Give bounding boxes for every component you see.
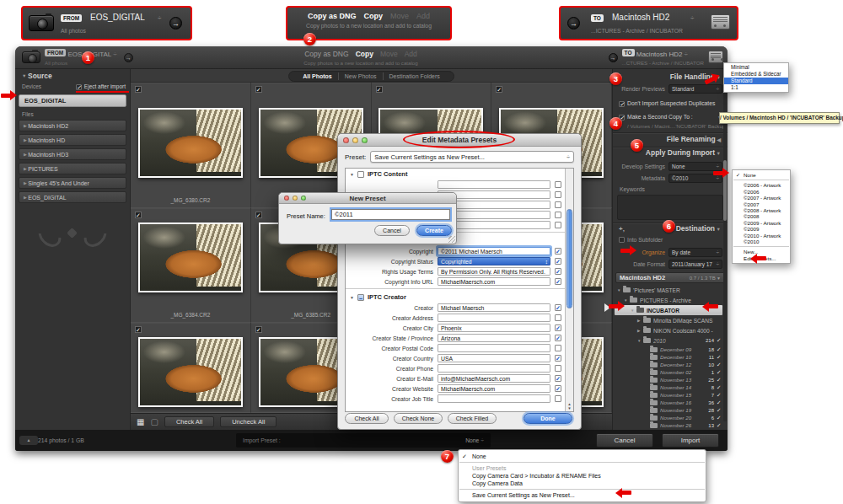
folder-include-checkbox[interactable]	[717, 337, 722, 344]
disclosure-icon[interactable]	[631, 308, 636, 313]
check-all-fields-button[interactable]: Check All	[345, 413, 389, 424]
field-checkbox[interactable]	[555, 335, 561, 341]
panel-disclose-button[interactable]	[19, 436, 38, 445]
grid-view-icon[interactable]: ▦	[137, 417, 144, 427]
destination-folder-row[interactable]: December 09 18	[615, 346, 722, 353]
disclosure-icon[interactable]	[617, 288, 623, 292]
disclosure-icon[interactable]	[637, 339, 643, 343]
folder-include-checkbox[interactable]	[717, 384, 722, 391]
folder-include-checkbox[interactable]	[717, 422, 722, 429]
source-volume-item[interactable]: Macintosh HD	[19, 134, 126, 146]
photo-cell[interactable]: _MG_6380.CR2	[131, 83, 251, 208]
destination-folder-row[interactable]: November 15 7	[615, 391, 722, 399]
field-input[interactable]: Michael Maersch	[438, 303, 550, 312]
field-input[interactable]: info@MichaelMaersch.com	[438, 374, 550, 383]
folder-include-checkbox[interactable]	[717, 346, 722, 353]
source-volume-item[interactable]: Macintosh HD2	[19, 120, 126, 131]
second-copy-path[interactable]: / Volumes / Macint....'NCUBATOR' Backup	[627, 123, 724, 129]
create-button[interactable]: Create	[416, 225, 452, 236]
preset-name-input[interactable]: ©2011	[331, 209, 450, 220]
destination-folder-row[interactable]: November 13 25	[615, 376, 722, 383]
check-all-button[interactable]: Check All	[164, 416, 214, 427]
destination-folder-row[interactable]: November 16 36	[615, 399, 722, 406]
done-button[interactable]: Done	[524, 413, 572, 424]
menu-item[interactable]: Embedded & Sidecar	[724, 71, 788, 78]
minimize-icon[interactable]	[293, 196, 298, 201]
field-checkbox[interactable]	[555, 201, 561, 208]
field-checkbox[interactable]	[555, 248, 561, 255]
import-mode-option[interactable]: Copy as DNG	[304, 50, 348, 58]
photo-include-checkbox[interactable]	[255, 326, 262, 333]
menu-item-none[interactable]: None	[459, 453, 706, 460]
photo-include-checkbox[interactable]	[496, 86, 502, 93]
field-checkbox[interactable]	[555, 314, 561, 321]
top-bar-destination-group[interactable]: TO Macintosh HD2 ...CTURES - Archive / I…	[609, 49, 723, 66]
field-checkbox[interactable]	[555, 375, 561, 382]
folder-include-checkbox[interactable]	[717, 392, 722, 399]
field-checkbox[interactable]	[555, 181, 561, 188]
destination-volume-header[interactable]: Macintosh HD2 0.7 / 1.3 TB	[615, 272, 725, 283]
destination-folder-row[interactable]: December 12 10	[615, 361, 722, 368]
field-input[interactable]: Arizona	[438, 334, 550, 342]
iptc-creator-section-header[interactable]: IPTC Creator	[346, 292, 573, 303]
import-mode-option[interactable]: Move	[390, 12, 409, 20]
iptc-content-section-header[interactable]: IPTC Content	[346, 169, 573, 180]
date-format-dropdown[interactable]: 2011/January 17	[668, 260, 722, 269]
loupe-view-icon[interactable]: ▢	[150, 417, 158, 427]
section-checkbox[interactable]	[357, 171, 364, 178]
close-icon[interactable]	[343, 137, 349, 143]
menu-item[interactable]: ©2009	[733, 226, 790, 232]
folder-include-checkbox[interactable]	[717, 362, 722, 368]
field-checkbox[interactable]	[555, 268, 561, 275]
menu-item[interactable]: Copy Camera Data	[459, 480, 706, 487]
destination-folder-row[interactable]: NIKON Coolscan 4000 - ...	[615, 325, 722, 335]
destination-folder-row[interactable]: Minolta DiMage SCANS	[615, 315, 722, 325]
menu-item[interactable]: ©2006	[733, 189, 790, 195]
filter-tab[interactable]: All Photos	[297, 72, 339, 80]
field-input[interactable]: MichaelMaersch.com	[438, 277, 550, 286]
import-mode-option[interactable]: Copy	[363, 12, 383, 20]
folder-include-checkbox[interactable]	[717, 415, 722, 421]
folder-include-checkbox[interactable]	[717, 377, 722, 383]
field-checkbox[interactable]	[555, 345, 561, 351]
photo-include-checkbox[interactable]	[135, 326, 142, 333]
photo-include-checkbox[interactable]	[135, 212, 142, 218]
source-device-name[interactable]: EOS_DIGITAL	[90, 13, 145, 22]
menu-item[interactable]: ©2008 - Artwork	[733, 207, 790, 213]
menu-item[interactable]: ©2007 - Artwork	[733, 195, 790, 201]
field-checkbox[interactable]	[555, 222, 561, 228]
source-device-selected[interactable]: EOS_DIGITAL	[19, 94, 126, 107]
photo-include-checkbox[interactable]	[255, 212, 262, 218]
destination-folder-row[interactable]: November 20 6	[615, 414, 722, 421]
import-mode-option[interactable]: Add	[416, 12, 430, 20]
panel-scrollbar[interactable]	[723, 76, 727, 421]
source-volume-item[interactable]: EOS_DIGITAL	[19, 191, 126, 203]
destination-volume-name[interactable]: Macintosh HD2	[612, 13, 669, 22]
menu-item[interactable]: ©2007	[733, 201, 790, 207]
menu-item[interactable]: ©2009 - Artwork	[733, 220, 790, 226]
uncheck-all-button[interactable]: Uncheck All	[220, 416, 277, 427]
menu-item-none[interactable]: None	[733, 172, 790, 178]
photo-include-checkbox[interactable]	[255, 86, 262, 93]
disclosure-icon[interactable]	[637, 319, 643, 323]
minimize-icon[interactable]	[352, 137, 358, 143]
destination-folder-row[interactable]: November 14 8	[615, 383, 722, 391]
menu-item[interactable]: New...	[733, 249, 790, 255]
menu-item[interactable]: Copy Camera Card > Incubator & RENAME Fi…	[459, 472, 706, 480]
field-input[interactable]: ©2011 Michael Maersch	[438, 247, 550, 255]
import-mode-option[interactable]: Copy as DNG	[308, 12, 357, 20]
close-icon[interactable]	[284, 196, 289, 201]
disclosure-icon[interactable]	[624, 298, 630, 303]
menu-item[interactable]: Standard	[724, 78, 788, 84]
field-checkbox[interactable]	[555, 304, 561, 311]
import-button[interactable]: Import	[662, 433, 719, 448]
filter-tab[interactable]: Destination Folders	[384, 72, 446, 80]
photo-cell[interactable]	[131, 323, 251, 413]
resize-grip[interactable]	[448, 236, 455, 243]
menu-item[interactable]: ©2006 - Artwork	[733, 182, 790, 188]
cancel-button[interactable]: Cancel	[374, 225, 410, 236]
destination-volume-name[interactable]: Macintosh HD2	[636, 51, 683, 58]
field-input[interactable]	[438, 364, 550, 373]
eject-after-import-checkbox[interactable]: Eject after import	[76, 83, 126, 90]
check-filled-button[interactable]: Check Filled	[448, 413, 497, 424]
